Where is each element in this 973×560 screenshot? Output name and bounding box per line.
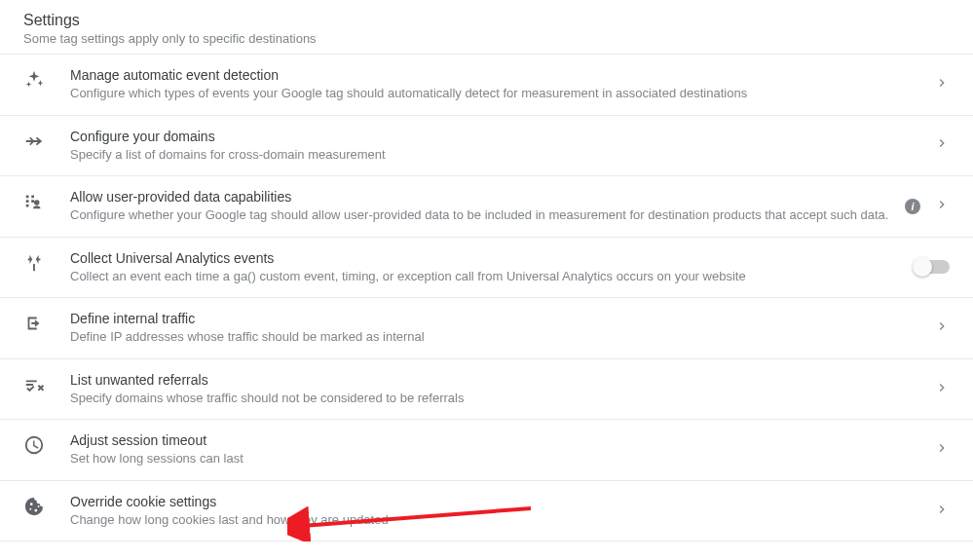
collect-ua-toggle[interactable]: [915, 260, 950, 274]
row-controls: [934, 135, 950, 155]
setting-row-unwanted-referrals[interactable]: List unwanted referrals Specify domains …: [0, 359, 973, 421]
row-controls: i: [905, 197, 950, 216]
settings-header: Settings Some tag settings apply only to…: [0, 0, 973, 54]
settings-list: Manage automatic event detection Configu…: [0, 54, 973, 541]
row-controls: [934, 318, 950, 338]
setting-row-collect-ua-events[interactable]: Collect Universal Analytics events Colle…: [0, 238, 973, 299]
setting-text: List unwanted referrals Specify domains …: [70, 372, 934, 407]
row-controls: [934, 380, 950, 399]
page-title: Settings: [23, 12, 950, 29]
chevron-right-icon: [934, 502, 950, 521]
fork-icon: [23, 250, 70, 274]
user-data-icon: [23, 189, 70, 212]
setting-text: Define internal traffic Define IP addres…: [70, 311, 934, 346]
setting-desc: Configure whether your Google tag should…: [70, 206, 893, 224]
clock-icon: [23, 432, 70, 456]
chevron-right-icon: [934, 440, 950, 460]
setting-desc: Configure which types of events your Goo…: [70, 85, 922, 102]
setting-text: Configure your domains Specify a list of…: [70, 129, 934, 164]
chevron-right-icon: [934, 318, 950, 338]
setting-row-internal-traffic[interactable]: Define internal traffic Define IP addres…: [0, 298, 973, 359]
setting-row-automatic-event-detection[interactable]: Manage automatic event detection Configu…: [0, 55, 973, 116]
merge-arrows-icon: [23, 129, 70, 152]
setting-text: Manage automatic event detection Configu…: [70, 67, 934, 102]
setting-desc: Collect an event each time a ga() custom…: [70, 268, 903, 285]
box-arrow-icon: [23, 311, 70, 334]
row-controls: [934, 440, 950, 460]
chevron-right-icon: [934, 75, 950, 94]
row-controls: [934, 75, 950, 94]
setting-text: Override cookie settings Change how long…: [70, 494, 934, 529]
setting-desc: Specify domains whose traffic should not…: [70, 390, 922, 407]
setting-title: Override cookie settings: [70, 494, 922, 509]
chevron-right-icon: [934, 197, 950, 216]
row-controls: [934, 502, 950, 521]
setting-row-user-provided-data[interactable]: Allow user-provided data capabilities Co…: [0, 176, 973, 238]
row-controls: [915, 260, 950, 274]
setting-title: Allow user-provided data capabilities: [70, 189, 893, 205]
sparkle-icon: [23, 67, 70, 91]
cookie-icon: [23, 494, 70, 517]
setting-desc: Set how long sessions can last: [70, 450, 922, 467]
setting-text: Collect Universal Analytics events Colle…: [70, 250, 915, 285]
setting-title: List unwanted referrals: [70, 372, 922, 388]
info-icon[interactable]: i: [905, 199, 920, 214]
setting-row-session-timeout[interactable]: Adjust session timeout Set how long sess…: [0, 420, 973, 481]
setting-title: Adjust session timeout: [70, 432, 922, 448]
chevron-right-icon: [934, 135, 950, 155]
setting-desc: Change how long cookies last and how the…: [70, 511, 922, 529]
setting-text: Adjust session timeout Set how long sess…: [70, 432, 934, 467]
setting-text: Allow user-provided data capabilities Co…: [70, 189, 905, 224]
setting-title: Define internal traffic: [70, 311, 922, 326]
chevron-right-icon: [934, 380, 950, 399]
setting-row-override-cookie-settings[interactable]: Override cookie settings Change how long…: [0, 481, 973, 542]
setting-desc: Define IP addresses whose traffic should…: [70, 328, 922, 346]
setting-title: Manage automatic event detection: [70, 67, 922, 83]
setting-row-configure-domains[interactable]: Configure your domains Specify a list of…: [0, 116, 973, 177]
page-subtitle: Some tag settings apply only to specific…: [23, 31, 950, 46]
filter-remove-icon: [23, 372, 70, 395]
setting-title: Configure your domains: [70, 129, 922, 144]
setting-desc: Specify a list of domains for cross-doma…: [70, 146, 922, 164]
setting-title: Collect Universal Analytics events: [70, 250, 903, 266]
